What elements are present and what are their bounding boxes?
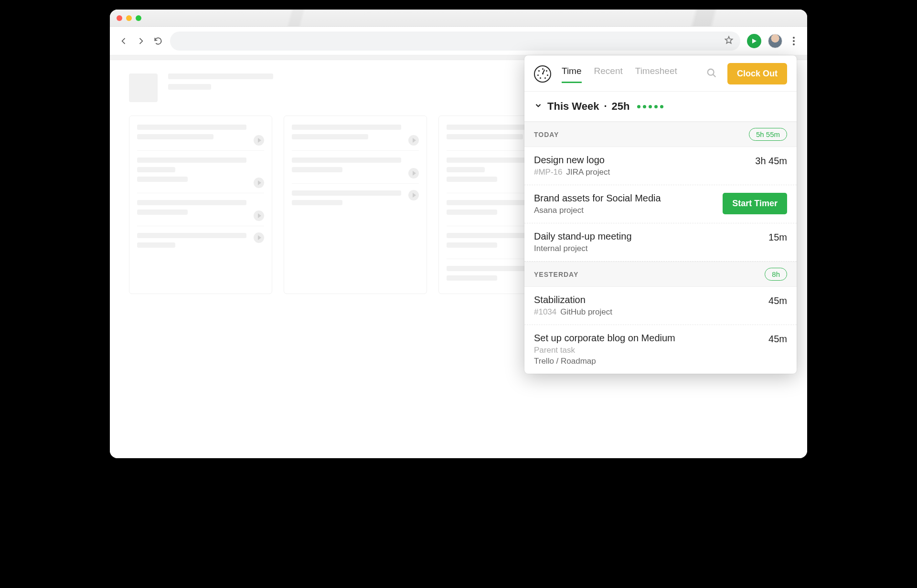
chevron-down-icon <box>534 100 543 113</box>
window-maximize-button[interactable] <box>136 15 141 21</box>
window-minimize-button[interactable] <box>126 15 132 21</box>
time-entry[interactable]: Set up corporate blog on Medium Parent t… <box>524 325 797 374</box>
week-label: This Week <box>547 100 599 113</box>
play-icon[interactable] <box>408 190 419 200</box>
window-title-bar <box>110 10 807 27</box>
entry-duration: 45m <box>768 333 787 345</box>
tab-timesheet[interactable]: Timesheet <box>635 66 677 82</box>
browser-menu-button[interactable] <box>789 37 799 45</box>
app-logo-icon <box>534 65 551 83</box>
time-entry[interactable]: Design new logo #MP-16JIRA project 3h 45… <box>524 147 797 185</box>
day-total-badge: 8h <box>765 268 787 281</box>
entry-title: Brand assets for Social Media <box>534 193 661 204</box>
start-timer-button[interactable]: Start Timer <box>723 193 787 214</box>
browser-window: Time Recent Timesheet Clock Out This Wee… <box>110 10 807 458</box>
entry-parent: Parent task <box>534 346 675 355</box>
time-entry[interactable]: Brand assets for Social Media Asana proj… <box>524 185 797 223</box>
play-icon[interactable] <box>254 210 264 221</box>
entry-project: JIRA project <box>566 168 610 177</box>
week-activity-dots <box>637 105 663 108</box>
entry-duration: 15m <box>768 231 787 243</box>
entry-title: Design new logo <box>534 155 610 166</box>
avatar-skeleton <box>129 74 158 102</box>
week-separator: · <box>604 100 607 113</box>
address-bar[interactable] <box>170 32 740 51</box>
play-icon[interactable] <box>254 178 264 188</box>
day-header-today: TODAY 5h 55m <box>524 122 797 147</box>
title-skeleton <box>168 74 273 90</box>
board-column <box>129 116 272 294</box>
window-controls <box>117 15 141 21</box>
time-entry[interactable]: Daily stand-up meeting Internal project … <box>524 223 797 262</box>
entry-tag: #1034 <box>534 307 556 316</box>
entry-title: Stabilization <box>534 294 612 305</box>
play-icon[interactable] <box>408 135 419 146</box>
entry-project: Asana project <box>534 206 661 215</box>
day-total-badge: 5h 55m <box>749 128 787 141</box>
forward-button[interactable] <box>136 36 146 46</box>
timetracker-extension-button[interactable] <box>747 34 761 48</box>
board-column <box>284 116 427 294</box>
popup-header: Time Recent Timesheet Clock Out <box>524 55 797 92</box>
tab-time[interactable]: Time <box>562 66 582 82</box>
entry-title: Set up corporate blog on Medium <box>534 333 675 344</box>
bookmark-star-icon[interactable] <box>724 35 734 47</box>
entry-project: GitHub project <box>560 307 612 316</box>
entry-project: Internal project <box>534 244 632 253</box>
play-icon[interactable] <box>408 168 419 178</box>
profile-avatar[interactable] <box>768 34 782 48</box>
popup-tabs: Time Recent Timesheet <box>562 66 696 82</box>
back-button[interactable] <box>118 36 129 46</box>
entry-duration: 3h 45m <box>755 155 787 167</box>
entry-duration: 45m <box>768 294 787 306</box>
clock-out-button[interactable]: Clock Out <box>727 63 787 84</box>
entry-project: Trello / Roadmap <box>534 357 675 366</box>
entry-tag: #MP-16 <box>534 168 563 177</box>
day-label: YESTERDAY <box>534 271 578 278</box>
entry-title: Daily stand-up meeting <box>534 231 632 242</box>
timetracker-popup: Time Recent Timesheet Clock Out This Wee… <box>524 55 797 374</box>
window-close-button[interactable] <box>117 15 122 21</box>
reload-button[interactable] <box>153 36 163 46</box>
search-icon[interactable] <box>706 68 717 80</box>
svg-point-0 <box>708 69 714 75</box>
day-header-yesterday: YESTERDAY 8h <box>524 262 797 287</box>
week-total: 25h <box>612 100 630 113</box>
play-icon[interactable] <box>254 135 264 146</box>
tab-recent[interactable]: Recent <box>594 66 623 82</box>
browser-toolbar <box>110 27 807 55</box>
day-label: TODAY <box>534 131 559 138</box>
play-icon[interactable] <box>254 232 264 243</box>
time-entry[interactable]: Stabilization #1034GitHub project 45m <box>524 287 797 325</box>
week-summary[interactable]: This Week · 25h <box>524 92 797 122</box>
